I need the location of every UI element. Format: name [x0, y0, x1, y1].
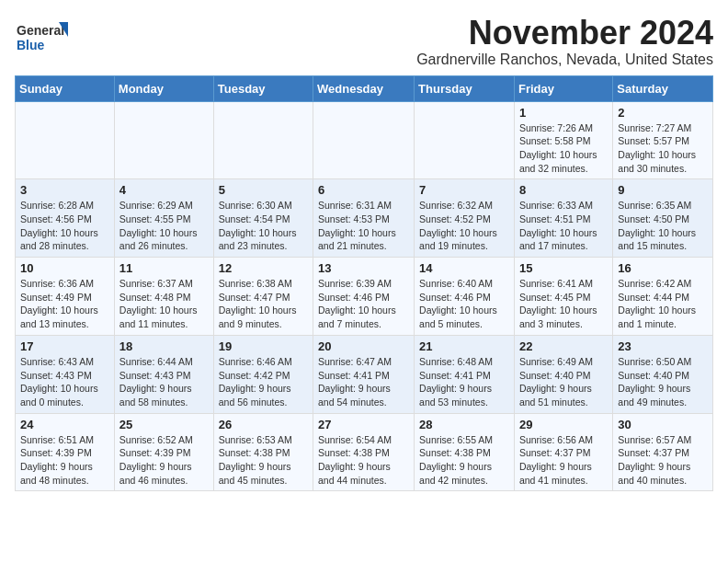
- calendar-cell: [213, 101, 313, 179]
- calendar-week-row: 10Sunrise: 6:36 AM Sunset: 4:49 PM Dayli…: [16, 258, 713, 336]
- calendar-cell: 13Sunrise: 6:39 AM Sunset: 4:46 PM Dayli…: [313, 258, 415, 336]
- day-number: 15: [519, 261, 608, 275]
- day-number: 16: [618, 261, 708, 275]
- day-number: 2: [618, 106, 708, 120]
- calendar-body: 1Sunrise: 7:26 AM Sunset: 5:58 PM Daylig…: [16, 101, 713, 491]
- cell-info: Sunrise: 6:41 AM Sunset: 4:45 PM Dayligh…: [519, 277, 608, 331]
- calendar-cell: 24Sunrise: 6:51 AM Sunset: 4:39 PM Dayli…: [16, 413, 115, 491]
- day-number: 28: [419, 418, 509, 431]
- calendar-cell: 26Sunrise: 6:53 AM Sunset: 4:38 PM Dayli…: [213, 413, 313, 491]
- cell-info: Sunrise: 7:27 AM Sunset: 5:57 PM Dayligh…: [618, 121, 708, 176]
- cell-info: Sunrise: 6:44 AM Sunset: 4:43 PM Dayligh…: [119, 355, 209, 409]
- calendar-cell: 23Sunrise: 6:50 AM Sunset: 4:40 PM Dayli…: [613, 335, 713, 413]
- calendar-cell: 15Sunrise: 6:41 AM Sunset: 4:45 PM Dayli…: [514, 258, 612, 336]
- cell-info: Sunrise: 6:57 AM Sunset: 4:37 PM Dayligh…: [618, 433, 708, 488]
- calendar-cell: 29Sunrise: 6:56 AM Sunset: 4:37 PM Dayli…: [514, 413, 612, 491]
- cell-info: Sunrise: 6:40 AM Sunset: 4:46 PM Dayligh…: [419, 277, 509, 331]
- weekday-header: Wednesday: [313, 75, 415, 101]
- weekday-header: Monday: [114, 75, 213, 101]
- cell-info: Sunrise: 6:51 AM Sunset: 4:39 PM Dayligh…: [20, 433, 109, 488]
- cell-info: Sunrise: 6:33 AM Sunset: 4:51 PM Dayligh…: [519, 199, 608, 253]
- cell-info: Sunrise: 6:32 AM Sunset: 4:52 PM Dayligh…: [419, 199, 509, 253]
- calendar-cell: 20Sunrise: 6:47 AM Sunset: 4:41 PM Dayli…: [313, 335, 415, 413]
- cell-info: Sunrise: 6:55 AM Sunset: 4:38 PM Dayligh…: [419, 433, 509, 488]
- calendar-cell: 9Sunrise: 6:35 AM Sunset: 4:50 PM Daylig…: [613, 179, 713, 258]
- day-number: 29: [519, 418, 608, 431]
- calendar-cell: [16, 101, 115, 179]
- cell-info: Sunrise: 6:53 AM Sunset: 4:38 PM Dayligh…: [219, 433, 308, 488]
- cell-info: Sunrise: 6:36 AM Sunset: 4:49 PM Dayligh…: [20, 277, 109, 331]
- calendar-cell: 21Sunrise: 6:48 AM Sunset: 4:41 PM Dayli…: [415, 335, 515, 413]
- weekday-header: Friday: [514, 75, 612, 101]
- day-number: 14: [419, 261, 509, 275]
- calendar-table: SundayMondayTuesdayWednesdayThursdayFrid…: [15, 75, 713, 492]
- day-number: 8: [519, 183, 608, 197]
- cell-info: Sunrise: 6:37 AM Sunset: 4:48 PM Dayligh…: [119, 277, 209, 331]
- calendar-cell: 14Sunrise: 6:40 AM Sunset: 4:46 PM Dayli…: [415, 258, 515, 336]
- calendar-cell: 4Sunrise: 6:29 AM Sunset: 4:55 PM Daylig…: [114, 179, 213, 258]
- month-title: November 2024: [416, 15, 713, 52]
- cell-info: Sunrise: 6:29 AM Sunset: 4:55 PM Dayligh…: [119, 199, 209, 253]
- day-number: 20: [318, 339, 409, 353]
- cell-info: Sunrise: 6:49 AM Sunset: 4:40 PM Dayligh…: [519, 355, 608, 409]
- calendar-cell: 22Sunrise: 6:49 AM Sunset: 4:40 PM Dayli…: [514, 335, 612, 413]
- calendar-cell: [114, 101, 213, 179]
- calendar-cell: [415, 101, 515, 179]
- logo: General Blue: [15, 15, 70, 64]
- cell-info: Sunrise: 6:54 AM Sunset: 4:38 PM Dayligh…: [318, 433, 409, 488]
- day-number: 30: [618, 418, 708, 431]
- day-number: 13: [318, 261, 409, 275]
- cell-info: Sunrise: 6:35 AM Sunset: 4:50 PM Dayligh…: [618, 199, 708, 253]
- day-number: 27: [318, 418, 409, 431]
- day-number: 7: [419, 183, 509, 197]
- day-number: 24: [20, 418, 109, 431]
- cell-info: Sunrise: 6:47 AM Sunset: 4:41 PM Dayligh…: [318, 355, 409, 409]
- day-number: 9: [618, 183, 708, 197]
- calendar-cell: 11Sunrise: 6:37 AM Sunset: 4:48 PM Dayli…: [114, 258, 213, 336]
- day-number: 4: [119, 183, 209, 197]
- calendar-cell: 30Sunrise: 6:57 AM Sunset: 4:37 PM Dayli…: [613, 413, 713, 491]
- day-number: 10: [20, 261, 109, 275]
- cell-info: Sunrise: 6:52 AM Sunset: 4:39 PM Dayligh…: [119, 433, 209, 488]
- calendar-week-row: 17Sunrise: 6:43 AM Sunset: 4:43 PM Dayli…: [16, 335, 713, 413]
- calendar-cell: 28Sunrise: 6:55 AM Sunset: 4:38 PM Dayli…: [415, 413, 515, 491]
- calendar-cell: 19Sunrise: 6:46 AM Sunset: 4:42 PM Dayli…: [213, 335, 313, 413]
- day-number: 3: [20, 183, 109, 197]
- calendar-cell: [313, 101, 415, 179]
- weekday-header: Saturday: [613, 75, 713, 101]
- day-number: 11: [119, 261, 209, 275]
- calendar-cell: 3Sunrise: 6:28 AM Sunset: 4:56 PM Daylig…: [16, 179, 115, 258]
- day-number: 21: [419, 339, 509, 353]
- cell-info: Sunrise: 6:39 AM Sunset: 4:46 PM Dayligh…: [318, 277, 409, 331]
- weekday-header: Thursday: [415, 75, 515, 101]
- page-header: General Blue November 2024 Gardnerville …: [15, 15, 713, 68]
- day-number: 23: [618, 339, 708, 353]
- calendar-cell: 16Sunrise: 6:42 AM Sunset: 4:44 PM Dayli…: [613, 258, 713, 336]
- cell-info: Sunrise: 6:43 AM Sunset: 4:43 PM Dayligh…: [20, 355, 109, 409]
- calendar-cell: 17Sunrise: 6:43 AM Sunset: 4:43 PM Dayli…: [16, 335, 115, 413]
- calendar-cell: 8Sunrise: 6:33 AM Sunset: 4:51 PM Daylig…: [514, 179, 612, 258]
- logo-icon: General Blue: [15, 15, 70, 61]
- cell-info: Sunrise: 6:48 AM Sunset: 4:41 PM Dayligh…: [419, 355, 509, 409]
- day-number: 19: [219, 339, 308, 353]
- cell-info: Sunrise: 6:31 AM Sunset: 4:53 PM Dayligh…: [318, 199, 409, 253]
- calendar-cell: 5Sunrise: 6:30 AM Sunset: 4:54 PM Daylig…: [213, 179, 313, 258]
- day-number: 6: [318, 183, 409, 197]
- weekday-header: Tuesday: [213, 75, 313, 101]
- cell-info: Sunrise: 6:38 AM Sunset: 4:47 PM Dayligh…: [219, 277, 308, 331]
- calendar-week-row: 1Sunrise: 7:26 AM Sunset: 5:58 PM Daylig…: [16, 101, 713, 179]
- cell-info: Sunrise: 6:30 AM Sunset: 4:54 PM Dayligh…: [219, 199, 308, 253]
- cell-info: Sunrise: 6:56 AM Sunset: 4:37 PM Dayligh…: [519, 433, 608, 488]
- day-number: 5: [219, 183, 308, 197]
- cell-info: Sunrise: 6:42 AM Sunset: 4:44 PM Dayligh…: [618, 277, 708, 331]
- day-number: 22: [519, 339, 608, 353]
- title-area: November 2024 Gardnerville Ranchos, Neva…: [416, 15, 713, 68]
- day-number: 26: [219, 418, 308, 431]
- weekday-header: Sunday: [16, 75, 115, 101]
- cell-info: Sunrise: 6:50 AM Sunset: 4:40 PM Dayligh…: [618, 355, 708, 409]
- calendar-week-row: 24Sunrise: 6:51 AM Sunset: 4:39 PM Dayli…: [16, 413, 713, 491]
- day-number: 25: [119, 418, 209, 431]
- calendar-cell: 7Sunrise: 6:32 AM Sunset: 4:52 PM Daylig…: [415, 179, 515, 258]
- day-number: 1: [519, 106, 608, 120]
- calendar-cell: 2Sunrise: 7:27 AM Sunset: 5:57 PM Daylig…: [613, 101, 713, 179]
